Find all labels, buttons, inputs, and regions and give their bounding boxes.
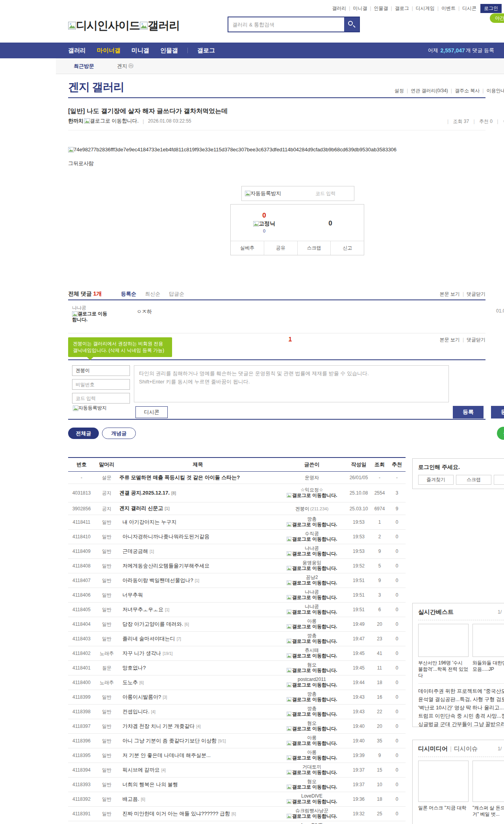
login-button[interactable]: 로그인 — [480, 4, 502, 13]
top-link-3[interactable]: 갤로그 — [395, 6, 409, 11]
utility-link-2[interactable]: 갤주소 복사 — [455, 88, 480, 93]
sidebar-card[interactable]: 부산서만 196명 '수시 불합격'...학폭 전력 있었다 — [418, 624, 469, 679]
comment-submit-button[interactable]: 등록 — [453, 406, 484, 419]
post-title-link[interactable]: 내 아기강아지는 누구지 — [119, 515, 277, 530]
post-title-link[interactable]: 배고픔.[6] — [119, 792, 277, 807]
page-title[interactable]: 겐지 갤러리 — [68, 80, 124, 95]
top-link-0[interactable]: 갤러리 — [332, 6, 346, 11]
writer-link[interactable]: 냐냐콩갤로그로 이동합니다. — [287, 604, 337, 616]
post-title-link[interactable]: 저 기분 안 좋은데 나데나데 해주실분... — [119, 748, 277, 763]
post-title-link[interactable]: ㅇ[2] — [119, 821, 277, 824]
writer-link[interactable]: 꽁냥2갤로그로 이동합니다. — [287, 575, 337, 586]
top-link-6[interactable]: 디시콘 — [462, 6, 476, 11]
post-title-link[interactable]: 겐지 갤러리 신문고[1] — [119, 502, 277, 515]
comment-textarea[interactable] — [134, 365, 449, 402]
writer-link[interactable]: 아롱갤로그로 이동합니다. — [287, 618, 337, 630]
comment-password-input[interactable] — [72, 379, 130, 390]
login-box-button-0[interactable]: 즐겨찾기 — [418, 475, 454, 485]
writer-link[interactable]: LoveDIVE갤로그로 이동합니다. — [287, 793, 337, 805]
post-title-link[interactable]: 픽시브에 갈까요[4] — [119, 763, 277, 777]
utility-link-3[interactable]: 이용안내 — [486, 88, 504, 93]
writer-link[interactable]: 츄시떼갤로그로 이동합니다. — [287, 647, 337, 659]
comment-submit-button-2[interactable]: 등록 — [491, 406, 504, 419]
post-title-link[interactable]: 저에게동숲산리오템들을기부해주세요 — [119, 559, 277, 573]
post-title-link[interactable]: 졸리네 술마셔야대는디[7] — [119, 632, 277, 646]
search-input[interactable] — [228, 17, 344, 32]
comment-code-input[interactable] — [72, 393, 130, 404]
post-title-link[interactable]: 도노추[6] — [119, 675, 277, 690]
comment-view-link-1[interactable]: 댓글닫기 — [467, 291, 485, 297]
writer-link[interactable]: 혐오갤로그로 이동합니다. — [287, 779, 337, 791]
writer-link[interactable]: 깡총갤로그로 이동합니다. — [287, 691, 337, 703]
post-action-0[interactable]: 실베추 — [231, 241, 264, 255]
news-item[interactable]: 트럼프 이민단속 중 시민 총격 사망...정국 긴장 — [418, 712, 504, 720]
post-title-link[interactable]: 너무추워 — [119, 588, 277, 603]
comment-sort-1[interactable]: 최신순 — [145, 291, 160, 297]
utility-link-0[interactable]: 설정 — [395, 88, 404, 93]
comment-view-link-0[interactable]: 본문 보기 — [440, 291, 460, 297]
top-link-4[interactable]: 디시게임 — [416, 6, 435, 11]
dc-media-pagination[interactable]: 1/ — [498, 746, 502, 751]
captcha-code-input[interactable] — [315, 191, 350, 196]
comment-page-1[interactable]: 1 — [289, 336, 292, 342]
recent-visit-link[interactable]: 최근방문 — [74, 63, 94, 70]
writer-link[interactable]: postcard2011갤로그로 이동합니다. — [287, 677, 337, 688]
writer-link[interactable]: 냐냐콩갤로그로 이동합니다. — [287, 589, 337, 601]
sidebar-card[interactable]: 와들와들 대한민국화....모음.....JP — [472, 624, 504, 679]
utility-link-1[interactable]: 연관 갤러리(0/34) — [411, 88, 448, 93]
post-title-link[interactable]: 아니자경하니까나좆나뭐라도된거같음 — [119, 530, 277, 544]
comment-view-link-0[interactable]: 본문 보기 — [440, 337, 460, 342]
post-action-1[interactable]: 공유 — [264, 241, 297, 255]
login-box-button-1[interactable]: 스크랩 — [456, 475, 491, 485]
top-link-5[interactable]: 이벤트 — [441, 6, 456, 11]
writer-link[interactable]: 운영자 — [305, 475, 319, 480]
post-action-2[interactable]: 스크랩 — [297, 241, 331, 255]
write-post-button[interactable]: 글쓰기 — [497, 427, 504, 440]
writer-link[interactable]: 깡총갤로그로 이동합니다. — [287, 706, 337, 718]
search-button[interactable] — [344, 17, 359, 32]
news-item[interactable]: 싱글벙글 군대 간부들이 그냥 꿀받으라고 ㅅ — [418, 720, 504, 728]
tab-best-posts[interactable]: 개념글 — [102, 428, 136, 439]
post-title-link[interactable]: 자꾸 니가 생각나[19/1] — [119, 646, 277, 661]
nav-item-1[interactable]: 마이너갤 — [97, 47, 120, 54]
night-mode-button[interactable]: 야간 모드 — [490, 13, 504, 23]
post-title-link[interactable]: 가챠겜 천장 치니 기분 개좆같다[4] — [119, 719, 277, 734]
post-title-link[interactable]: 진짜 미안한데 이거 아는 애들 있냐?????? 급함[6] — [119, 807, 277, 821]
top-link-1[interactable]: 미니갤 — [353, 6, 367, 11]
post-title-link[interactable]: 아라동이랑 백일짼데선물업나?[1] — [119, 573, 277, 588]
post-title-link[interactable]: 겐갤 공지.2025.12.17.[8] — [119, 484, 277, 502]
nav-item-3[interactable]: 인물갤 — [160, 47, 178, 54]
post-title-link[interactable]: 아니 그냥 기분이 좀 좆같다기보단 이상함[9/1] — [119, 734, 277, 748]
nav-item-0[interactable]: 갤러리 — [68, 47, 86, 54]
comment-sort-2[interactable]: 답글순 — [169, 291, 184, 297]
post-title-link[interactable]: 컨셉입니다.[4] — [119, 705, 277, 719]
comment-nickname-input[interactable] — [72, 365, 130, 376]
writer-link[interactable]: 거대토끼갤로그로 이동합니다. — [287, 764, 337, 776]
sidebar-card[interactable]: 일론 머스크 "지금 대학 — [418, 761, 469, 817]
post-title-link[interactable]: 아롱이시발롬아?[3] — [119, 690, 277, 705]
nav-item-4[interactable]: 갤로그 — [197, 47, 215, 54]
realtime-best-pagination[interactable]: 1/ — [498, 609, 502, 615]
nav-item-2[interactable]: 미니갤 — [132, 47, 149, 54]
writer-link[interactable]: 아롱갤로그로 이동합니다. — [287, 750, 337, 761]
post-title-link[interactable]: 당장 아가고양이를 데려와.[6] — [119, 617, 277, 632]
post-title-link[interactable]: 근데궁금해[1] — [119, 544, 277, 559]
breadcrumb-gallery-name[interactable]: 겐지 — [117, 63, 127, 70]
news-item[interactable]: '벽난로 10시간' 영상 딱 하나 올리고...18억 — [418, 703, 504, 712]
post-title-link[interactable]: 너희의 행복은 나의 불행 — [119, 777, 277, 792]
writer-link[interactable]: 혐오갤로그로 이동합니다. — [287, 720, 337, 732]
comment-author[interactable]: 냐냐콩 갤로그로 이동합니다. — [72, 305, 111, 323]
writer-link[interactable]: 겐붕이(211.234) — [295, 506, 328, 512]
tab-all-posts[interactable]: 전체글 — [68, 428, 99, 439]
post-title-link[interactable]: 망호없나? — [119, 661, 277, 675]
news-item[interactable]: 데이터주권 위한 프로젝트에 "중국산모듈" 쓴 — [418, 687, 504, 695]
writer-link[interactable]: 웅앵웅잉갤로그로 이동합니다. — [287, 560, 337, 572]
comment-sort-0[interactable]: 등록순 — [121, 291, 136, 297]
writer-link[interactable]: 아롱갤로그로 이동합니다. — [287, 735, 337, 747]
news-item[interactable]: 윤석열 결심공판...특검, 사형 구형 검토 — [418, 695, 504, 703]
writer-link[interactable]: 혐오갤로그로 이동합니다. — [287, 662, 337, 674]
dc-media-title[interactable]: 디시미디어 — [418, 745, 448, 752]
downvote-area[interactable]: 0 — [297, 219, 364, 227]
writer-link[interactable]: 수직콩갤로그로 이동합니다. — [287, 531, 337, 543]
login-box-button-2[interactable]: 알림 — [494, 475, 504, 485]
